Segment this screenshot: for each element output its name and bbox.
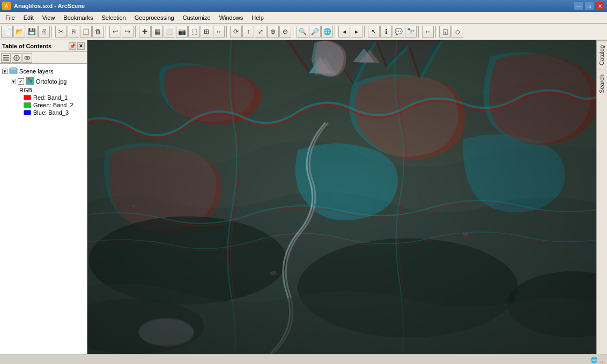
pan-button[interactable]: ⟳ [230,26,242,38]
identify-button[interactable]: ▦ [151,26,163,38]
layer-checkbox[interactable]: ✓ [18,78,24,85]
toolbar-sep-1 [51,26,54,38]
title-controls: ─ □ ✕ [574,2,605,10]
toc-close-button[interactable]: ✕ [77,42,85,50]
grid-button[interactable]: ⊞ [201,26,212,38]
toc-toolbar [0,52,87,64]
red-band-label: Red: Band_1 [33,94,68,101]
toolbar-sep-2 [106,26,108,38]
paste-button[interactable]: 📋 [80,26,92,38]
zoom-in2-button[interactable]: 🔍 [297,26,308,38]
zoom-out-button[interactable]: ⊖ [279,26,291,38]
green-band-label: Green: Band_2 [33,102,73,108]
menu-view[interactable]: View [38,13,60,22]
right-panel: Catalog Search [596,40,607,354]
toc-list-by-drawing-order-button[interactable] [1,53,11,63]
minimize-button[interactable]: ─ [574,2,583,10]
navigate-button[interactable]: ↑ [242,26,254,38]
toolbar-area: 📄 📂 💾 🖨 ✂ ⎘ 📋 🗑 ↩ ↪ ✚ ▦ ⬜ 📷 ⬚ ⊞ ↔ ⟳ ↑ ⤢ … [0,24,607,40]
rgb-item: RGB [18,86,86,94]
print-button[interactable]: 🖨 [38,26,50,38]
toc-title: Table of Contents [2,43,51,49]
scene-layers-expand[interactable]: ▼ [2,69,8,74]
toc-list-by-source-button[interactable] [12,53,21,63]
band-item-blue: Blue: Band_3 [23,109,86,116]
blue-band-label: Blue: Band_3 [33,109,69,116]
globe-button[interactable]: 🌐 [321,26,333,38]
toolbar-sep-7 [364,26,366,38]
toc-content: ▼ Scene layers ▼ ✓ [0,64,87,354]
open-button[interactable]: 📂 [13,26,25,38]
menu-geoprocessing[interactable]: Geoprocessing [130,13,179,22]
zoom-out2-button[interactable]: 🔎 [309,26,321,38]
svg-rect-0 [3,55,9,56]
svg-rect-27 [87,40,596,354]
hyperlink-button[interactable]: 💬 [393,26,404,38]
move-button[interactable]: ↔ [213,26,225,38]
window-title: Anaglifos.sxd - ArcScene [14,3,85,9]
menu-bookmarks[interactable]: Bookmarks [59,13,97,22]
restore-button[interactable]: □ [584,2,594,10]
menu-help[interactable]: Help [247,13,268,22]
svg-rect-1 [3,57,9,58]
info-button[interactable]: ℹ [380,26,392,38]
menu-file[interactable]: File [1,13,19,22]
toc-panel: Table of Contents 📌 ✕ [0,40,87,354]
zoom-in-button[interactable]: ⊕ [267,26,279,38]
scene-layers-label: Scene layers [19,68,54,75]
measure-button[interactable]: ↔ [422,26,434,38]
delete-button[interactable]: 🗑 [92,26,104,38]
layer-item: ▼ ✓ Ortofoto.jpg [10,77,86,86]
undo-button[interactable]: ↩ [109,26,121,38]
find-button[interactable]: 🔭 [405,26,417,38]
close-button[interactable]: ✕ [595,2,605,10]
toc-list-by-visibility-button[interactable] [23,53,32,63]
3d-nav-button[interactable]: ◇ [451,26,463,38]
toolbar-sep-9 [435,26,438,38]
select-button[interactable]: ↖ [368,26,380,38]
frame-button[interactable]: ⬚ [188,26,200,38]
svg-rect-11 [28,78,30,80]
terrain-svg [87,40,596,354]
zoom-full-button[interactable]: ⤢ [255,26,267,38]
layer-expand-btn[interactable]: ▼ [11,79,16,84]
forward-extent-button[interactable]: ▸ [351,26,362,38]
menu-edit[interactable]: Edit [19,13,38,22]
layer-name: Ortofoto.jpg [36,78,66,85]
blue-swatch [24,110,31,115]
3d-view-button[interactable]: ◱ [439,26,451,38]
green-swatch [24,102,31,108]
menu-customize[interactable]: Customize [179,13,215,22]
svg-rect-12 [30,80,32,83]
add-data-button[interactable]: ✚ [139,26,151,38]
more-button[interactable]: ... [600,357,605,363]
toc-pin-button[interactable]: 📌 [69,42,76,50]
layout-button[interactable]: ⬜ [164,26,175,38]
menu-windows[interactable]: Windows [215,13,248,22]
cut-button[interactable]: ✂ [55,26,67,38]
menu-selection[interactable]: Selection [97,13,130,22]
band-item-green: Green: Band_2 [23,101,86,109]
app-icon: A [2,2,11,10]
search-tab[interactable]: Search [597,70,607,98]
main-area: Table of Contents 📌 ✕ [0,40,607,354]
new-button[interactable]: 📄 [1,26,13,38]
layer-icon [26,77,34,86]
toolbar-row: 📄 📂 💾 🖨 ✂ ⎘ 📋 🗑 ↩ ↪ ✚ ▦ ⬜ 📷 ⬚ ⊞ ↔ ⟳ ↑ ⤢ … [1,25,606,39]
catalog-tab[interactable]: Catalog [597,40,607,70]
redo-button[interactable]: ↪ [122,26,134,38]
back-extent-button[interactable]: ◂ [338,26,350,38]
toolbar-sep-4 [226,26,228,38]
scene-view[interactable] [87,40,596,354]
toc-header: Table of Contents 📌 ✕ [0,40,87,52]
scene-layers-row: ▼ Scene layers [1,66,86,77]
new-layer-button[interactable]: 📷 [176,26,188,38]
toolbar-sep-3 [135,26,137,38]
title-text: A Anaglifos.sxd - ArcScene [2,2,85,10]
terrain-background [87,40,596,354]
red-swatch [24,95,31,100]
svg-rect-2 [3,60,9,61]
save-button[interactable]: 💾 [26,26,38,38]
copy-button[interactable]: ⎘ [68,26,79,38]
svg-rect-9 [11,68,16,70]
